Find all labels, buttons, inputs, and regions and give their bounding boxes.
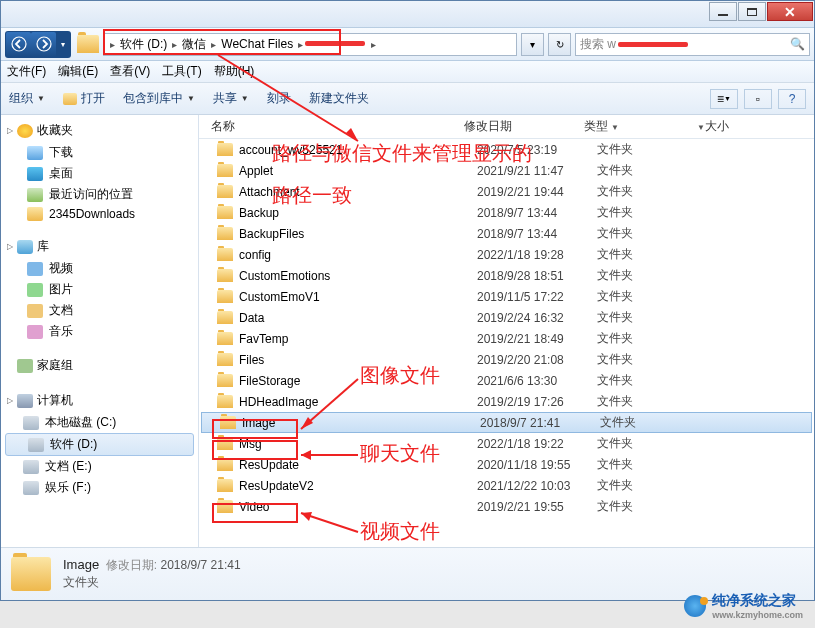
history-dropdown[interactable]: ▾ <box>56 32 70 57</box>
include-menu[interactable]: 包含到库中▼ <box>123 90 195 107</box>
file-row[interactable]: CustomEmotions2018/9/28 18:51文件夹 <box>199 265 814 286</box>
file-list: account_wv5255212020/7/5 23:19文件夹Applet2… <box>199 139 814 517</box>
file-row[interactable]: Msg2022/1/18 19:22文件夹 <box>199 433 814 454</box>
menu-edit[interactable]: 编辑(E) <box>58 63 98 80</box>
col-size[interactable]: ▼大小 <box>684 118 729 135</box>
breadcrumb-seg[interactable]: WeChat Files <box>218 37 296 51</box>
breadcrumb-seg[interactable]: 微信 <box>179 36 209 53</box>
file-type: 文件夹 <box>597 162 697 179</box>
col-type[interactable]: 类型▼ <box>584 118 684 135</box>
file-date: 2018/9/7 13:44 <box>477 206 597 220</box>
folder-icon <box>217 458 233 471</box>
file-list-pane: 名称 修改日期 类型▼ ▼大小 account_wv5255212020/7/5… <box>199 115 814 547</box>
folder-icon <box>217 332 233 345</box>
folder-icon <box>11 557 51 591</box>
help-button[interactable]: ? <box>778 89 806 109</box>
burn-button[interactable]: 刻录 <box>267 90 291 107</box>
file-row[interactable]: Image2018/9/7 21:41文件夹 <box>201 412 812 433</box>
file-type: 文件夹 <box>597 309 697 326</box>
maximize-button[interactable] <box>738 2 766 21</box>
sidebar-drive-c[interactable]: 本地磁盘 (C:) <box>1 412 198 433</box>
new-folder-button[interactable]: 新建文件夹 <box>309 90 369 107</box>
file-name: config <box>239 248 477 262</box>
col-name[interactable]: 名称 <box>199 118 464 135</box>
folder-icon <box>77 35 99 53</box>
file-row[interactable]: Applet2021/9/21 11:47文件夹 <box>199 160 814 181</box>
folder-icon <box>217 500 233 513</box>
preview-button[interactable]: ▫ <box>744 89 772 109</box>
sidebar-desktop[interactable]: 桌面 <box>1 163 198 184</box>
sidebar-videos[interactable]: 视频 <box>1 258 198 279</box>
folder-icon <box>217 290 233 303</box>
file-row[interactable]: Attachment2019/2/21 19:44文件夹 <box>199 181 814 202</box>
address-bar[interactable]: ▸ 软件 (D:) ▸ 微信 ▸ WeChat Files ▸ xxxxxxxx… <box>103 33 517 56</box>
file-type: 文件夹 <box>597 435 697 452</box>
menu-tools[interactable]: 工具(T) <box>162 63 201 80</box>
share-menu[interactable]: 共享▼ <box>213 90 249 107</box>
watermark: 纯净系统之家 www.kzmyhome.com <box>684 592 803 620</box>
file-row[interactable]: BackupFiles2018/9/7 13:44文件夹 <box>199 223 814 244</box>
file-row[interactable]: ResUpdate2020/11/18 19:55文件夹 <box>199 454 814 475</box>
file-row[interactable]: ResUpdateV22021/12/22 10:03文件夹 <box>199 475 814 496</box>
sidebar-computer[interactable]: ▷计算机 <box>1 389 198 412</box>
dropdown-button[interactable]: ▾ <box>521 33 544 56</box>
file-name: HDHeadImage <box>239 395 477 409</box>
search-input[interactable]: 搜索 w 🔍 <box>575 33 810 56</box>
sidebar-drive-e[interactable]: 文档 (E:) <box>1 456 198 477</box>
sidebar-music[interactable]: 音乐 <box>1 321 198 342</box>
sidebar-documents[interactable]: 文档 <box>1 300 198 321</box>
file-type: 文件夹 <box>597 246 697 263</box>
sidebar-favorites[interactable]: ▷收藏夹 <box>1 119 198 142</box>
menu-view[interactable]: 查看(V) <box>110 63 150 80</box>
file-date: 2020/7/5 23:19 <box>477 143 597 157</box>
folder-icon <box>217 185 233 198</box>
file-row[interactable]: Data2019/2/24 16:32文件夹 <box>199 307 814 328</box>
open-button[interactable]: 打开 <box>63 90 105 107</box>
sidebar-libraries[interactable]: ▷库 <box>1 235 198 258</box>
refresh-button[interactable]: ↻ <box>548 33 571 56</box>
redacted <box>618 42 688 47</box>
file-date: 2019/2/21 19:55 <box>477 500 597 514</box>
folder-icon <box>217 437 233 450</box>
folder-icon <box>217 248 233 261</box>
menu-help[interactable]: 帮助(H) <box>214 63 255 80</box>
sidebar-drive-f[interactable]: 娱乐 (F:) <box>1 477 198 498</box>
breadcrumb-seg[interactable]: 软件 (D:) <box>117 36 170 53</box>
file-name: Video <box>239 500 477 514</box>
file-type: 文件夹 <box>597 456 697 473</box>
col-date[interactable]: 修改日期 <box>464 118 584 135</box>
file-date: 2019/2/24 16:32 <box>477 311 597 325</box>
file-date: 2021/9/21 11:47 <box>477 164 597 178</box>
forward-button[interactable] <box>31 32 56 57</box>
file-row[interactable]: FavTemp2019/2/21 18:49文件夹 <box>199 328 814 349</box>
file-row[interactable]: Backup2018/9/7 13:44文件夹 <box>199 202 814 223</box>
file-type: 文件夹 <box>597 330 697 347</box>
minimize-button[interactable] <box>709 2 737 21</box>
organize-menu[interactable]: 组织▼ <box>9 90 45 107</box>
file-row[interactable]: Files2019/2/20 21:08文件夹 <box>199 349 814 370</box>
file-name: Backup <box>239 206 477 220</box>
file-row[interactable]: account_wv5255212020/7/5 23:19文件夹 <box>199 139 814 160</box>
close-button[interactable]: ✕ <box>767 2 813 21</box>
file-row[interactable]: HDHeadImage2019/2/19 17:26文件夹 <box>199 391 814 412</box>
sidebar-drive-d[interactable]: 软件 (D:) <box>5 433 194 456</box>
sidebar-homegroup[interactable]: ▷家庭组 <box>1 354 198 377</box>
sidebar-2345[interactable]: 2345Downloads <box>1 205 198 223</box>
file-row[interactable]: CustomEmoV12019/11/5 17:22文件夹 <box>199 286 814 307</box>
file-name: Attachment <box>239 185 477 199</box>
sidebar-downloads[interactable]: 下载 <box>1 142 198 163</box>
view-button[interactable]: ≡ ▼ <box>710 89 738 109</box>
file-name: Image <box>242 416 480 430</box>
menu-file[interactable]: 文件(F) <box>7 63 46 80</box>
file-type: 文件夹 <box>597 183 697 200</box>
file-row[interactable]: config2022/1/18 19:28文件夹 <box>199 244 814 265</box>
file-row[interactable]: FileStorage2021/6/6 13:30文件夹 <box>199 370 814 391</box>
sidebar-pictures[interactable]: 图片 <box>1 279 198 300</box>
file-row[interactable]: Video2019/2/21 19:55文件夹 <box>199 496 814 517</box>
arrow-left-icon <box>11 36 27 52</box>
file-type: 文件夹 <box>597 393 697 410</box>
sidebar-recent[interactable]: 最近访问的位置 <box>1 184 198 205</box>
folder-icon <box>217 269 233 282</box>
file-type: 文件夹 <box>597 498 697 515</box>
back-button[interactable] <box>6 32 31 57</box>
